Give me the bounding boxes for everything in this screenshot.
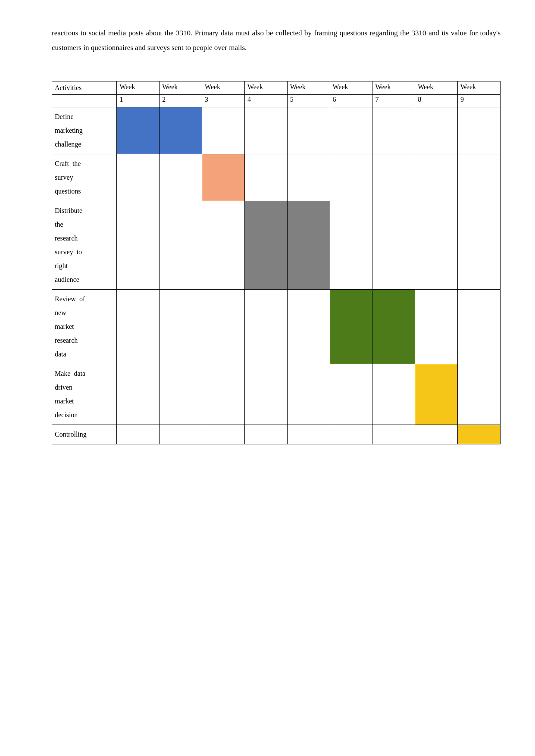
week-num-2: 2 (160, 95, 202, 107)
activities-header: Activities (52, 81, 117, 95)
week-cell-rev-3 (202, 290, 245, 364)
week-cell-rev-6 (330, 290, 372, 364)
week-cell-make-2 (160, 364, 202, 425)
week-cell-craft-6 (330, 154, 372, 201)
week-cell-define-3 (202, 107, 245, 154)
intro-paragraph: reactions to social media posts about th… (52, 26, 501, 55)
row-define-marketing: Definemarketingchallenge (52, 107, 501, 154)
row-distribute-survey: Distributetheresearchsurvey torightaudie… (52, 201, 501, 290)
activity-define-marketing: Definemarketingchallenge (52, 107, 117, 154)
week-cell-define-5 (287, 107, 330, 154)
week-cell-make-5 (287, 364, 330, 425)
week-cell-rev-8 (415, 290, 458, 364)
week-num-9: 9 (458, 95, 501, 107)
week-cell-make-6 (330, 364, 372, 425)
week-cell-ctrl-8 (415, 425, 458, 444)
week-cell-dist-8 (415, 201, 458, 290)
activities-header-spacer (52, 95, 117, 107)
week-cell-craft-3 (202, 154, 245, 201)
week-header-2: Week (160, 81, 202, 95)
week-cell-make-3 (202, 364, 245, 425)
week-cell-define-1 (117, 107, 160, 154)
week-cell-craft-2 (160, 154, 202, 201)
row-controlling: Controlling (52, 425, 501, 444)
week-num-3: 3 (202, 95, 245, 107)
week-num-4: 4 (244, 95, 287, 107)
row-make-decision: Make datadrivenmarketdecision (52, 364, 501, 425)
gantt-table-container: Activities Week Week Week Week Week Week… (52, 81, 501, 444)
week-cell-ctrl-9 (458, 425, 501, 444)
week-cell-ctrl-3 (202, 425, 245, 444)
activity-craft-survey: Craft thesurveyquestions (52, 154, 117, 201)
week-cell-rev-2 (160, 290, 202, 364)
week-cell-dist-6 (330, 201, 372, 290)
week-cell-define-6 (330, 107, 372, 154)
week-cell-dist-3 (202, 201, 245, 290)
week-cell-make-1 (117, 364, 160, 425)
week-cell-rev-5 (287, 290, 330, 364)
week-cell-dist-9 (458, 201, 501, 290)
week-cell-dist-1 (117, 201, 160, 290)
week-header-9: Week (458, 81, 501, 95)
week-cell-make-8 (415, 364, 458, 425)
week-cell-craft-1 (117, 154, 160, 201)
header-row-labels: Activities Week Week Week Week Week Week… (52, 81, 501, 95)
week-cell-ctrl-4 (244, 425, 287, 444)
week-cell-define-8 (415, 107, 458, 154)
header-row-numbers: 1 2 3 4 5 6 7 8 9 (52, 95, 501, 107)
week-cell-define-9 (458, 107, 501, 154)
activity-make-decision: Make datadrivenmarketdecision (52, 364, 117, 425)
week-cell-dist-5 (287, 201, 330, 290)
week-cell-define-4 (244, 107, 287, 154)
week-cell-craft-8 (415, 154, 458, 201)
week-cell-craft-7 (372, 154, 415, 201)
week-num-1: 1 (117, 95, 160, 107)
week-cell-craft-9 (458, 154, 501, 201)
week-num-5: 5 (287, 95, 330, 107)
week-cell-make-9 (458, 364, 501, 425)
week-num-7: 7 (372, 95, 415, 107)
week-cell-ctrl-2 (160, 425, 202, 444)
week-cell-make-7 (372, 364, 415, 425)
week-num-8: 8 (415, 95, 458, 107)
week-header-4: Week (244, 81, 287, 95)
week-header-5: Week (287, 81, 330, 95)
week-cell-define-2 (160, 107, 202, 154)
week-header-3: Week (202, 81, 245, 95)
week-cell-define-7 (372, 107, 415, 154)
gantt-table: Activities Week Week Week Week Week Week… (52, 81, 501, 444)
week-cell-dist-7 (372, 201, 415, 290)
week-cell-rev-1 (117, 290, 160, 364)
row-review-data: Review ofnewmarketresearchdata (52, 290, 501, 364)
intro-text-content: reactions to social media posts about th… (52, 29, 501, 52)
week-header-1: Week (117, 81, 160, 95)
week-num-6: 6 (330, 95, 372, 107)
row-craft-survey: Craft thesurveyquestions (52, 154, 501, 201)
week-cell-craft-4 (244, 154, 287, 201)
activity-review-data: Review ofnewmarketresearchdata (52, 290, 117, 364)
week-header-6: Week (330, 81, 372, 95)
week-cell-craft-5 (287, 154, 330, 201)
week-cell-rev-4 (244, 290, 287, 364)
activity-controlling: Controlling (52, 425, 117, 444)
activity-distribute-survey: Distributetheresearchsurvey torightaudie… (52, 201, 117, 290)
week-cell-ctrl-1 (117, 425, 160, 444)
week-cell-make-4 (244, 364, 287, 425)
week-cell-ctrl-7 (372, 425, 415, 444)
week-cell-ctrl-5 (287, 425, 330, 444)
week-cell-ctrl-6 (330, 425, 372, 444)
week-header-7: Week (372, 81, 415, 95)
week-header-8: Week (415, 81, 458, 95)
week-cell-dist-2 (160, 201, 202, 290)
week-cell-rev-7 (372, 290, 415, 364)
week-cell-rev-9 (458, 290, 501, 364)
week-cell-dist-4 (244, 201, 287, 290)
